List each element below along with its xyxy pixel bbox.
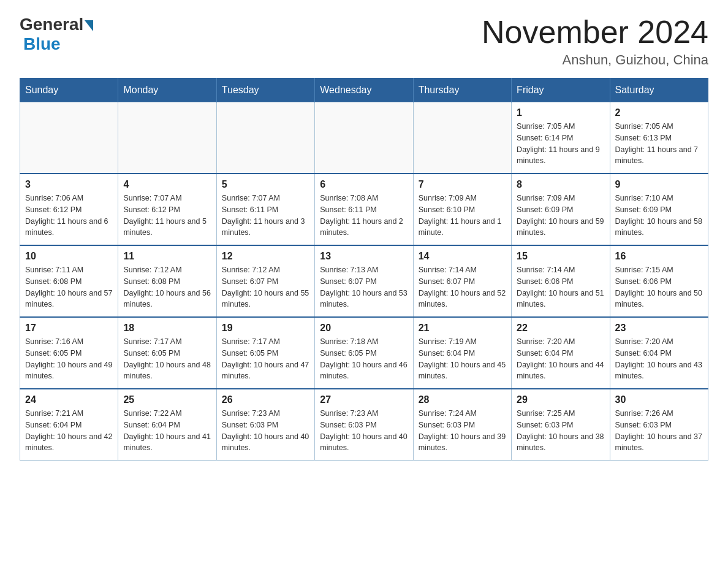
- logo-arrow-icon: [85, 20, 93, 31]
- day-info: Sunrise: 7:12 AMSunset: 6:08 PMDaylight:…: [123, 264, 211, 310]
- title-section: November 2024 Anshun, Guizhou, China: [482, 15, 708, 68]
- day-info: Sunrise: 7:09 AMSunset: 6:09 PMDaylight:…: [517, 193, 604, 239]
- calendar-week-row: 24Sunrise: 7:21 AMSunset: 6:04 PMDayligh…: [20, 389, 708, 461]
- day-number: 17: [25, 323, 113, 334]
- day-info: Sunrise: 7:17 AMSunset: 6:05 PMDaylight:…: [222, 336, 309, 382]
- day-info: Sunrise: 7:07 AMSunset: 6:12 PMDaylight:…: [123, 193, 211, 239]
- calendar-cell: 1Sunrise: 7:05 AMSunset: 6:14 PMDaylight…: [512, 102, 610, 174]
- day-number: 19: [222, 323, 309, 334]
- calendar-cell: [118, 102, 216, 174]
- month-title: November 2024: [482, 15, 708, 50]
- day-info: Sunrise: 7:22 AMSunset: 6:04 PMDaylight:…: [123, 408, 211, 454]
- calendar-cell: 23Sunrise: 7:20 AMSunset: 6:04 PMDayligh…: [610, 317, 708, 389]
- calendar-cell: 25Sunrise: 7:22 AMSunset: 6:04 PMDayligh…: [118, 389, 216, 461]
- day-info: Sunrise: 7:05 AMSunset: 6:13 PMDaylight:…: [615, 121, 703, 167]
- day-info: Sunrise: 7:25 AMSunset: 6:03 PMDaylight:…: [517, 408, 604, 454]
- calendar-cell: 14Sunrise: 7:14 AMSunset: 6:07 PMDayligh…: [413, 245, 511, 317]
- calendar-cell: 21Sunrise: 7:19 AMSunset: 6:04 PMDayligh…: [413, 317, 511, 389]
- calendar-cell: 15Sunrise: 7:14 AMSunset: 6:06 PMDayligh…: [512, 245, 610, 317]
- calendar-cell: 30Sunrise: 7:26 AMSunset: 6:03 PMDayligh…: [610, 389, 708, 461]
- calendar-cell: 4Sunrise: 7:07 AMSunset: 6:12 PMDaylight…: [118, 174, 216, 245]
- day-info: Sunrise: 7:05 AMSunset: 6:14 PMDaylight:…: [517, 121, 604, 167]
- calendar-cell: 20Sunrise: 7:18 AMSunset: 6:05 PMDayligh…: [315, 317, 413, 389]
- day-info: Sunrise: 7:19 AMSunset: 6:04 PMDaylight:…: [419, 336, 506, 382]
- day-info: Sunrise: 7:20 AMSunset: 6:04 PMDaylight:…: [517, 336, 604, 382]
- calendar-cell: 17Sunrise: 7:16 AMSunset: 6:05 PMDayligh…: [20, 317, 118, 389]
- day-number: 1: [517, 107, 604, 118]
- day-info: Sunrise: 7:14 AMSunset: 6:07 PMDaylight:…: [419, 264, 506, 310]
- day-info: Sunrise: 7:08 AMSunset: 6:11 PMDaylight:…: [320, 193, 408, 239]
- calendar-cell: 3Sunrise: 7:06 AMSunset: 6:12 PMDaylight…: [20, 174, 118, 245]
- day-number: 13: [320, 251, 408, 262]
- day-number: 16: [615, 251, 703, 262]
- day-number: 24: [25, 394, 113, 405]
- calendar-cell: [20, 102, 118, 174]
- day-info: Sunrise: 7:14 AMSunset: 6:06 PMDaylight:…: [517, 264, 604, 310]
- day-info: Sunrise: 7:26 AMSunset: 6:03 PMDaylight:…: [615, 408, 703, 454]
- day-number: 12: [222, 251, 309, 262]
- calendar-cell: 27Sunrise: 7:23 AMSunset: 6:03 PMDayligh…: [315, 389, 413, 461]
- day-number: 18: [123, 323, 211, 334]
- day-number: 21: [419, 323, 506, 334]
- day-number: 20: [320, 323, 408, 334]
- day-number: 3: [25, 179, 113, 190]
- calendar-cell: 16Sunrise: 7:15 AMSunset: 6:06 PMDayligh…: [610, 245, 708, 317]
- day-info: Sunrise: 7:17 AMSunset: 6:05 PMDaylight:…: [123, 336, 211, 382]
- day-number: 22: [517, 323, 604, 334]
- calendar-cell: 18Sunrise: 7:17 AMSunset: 6:05 PMDayligh…: [118, 317, 216, 389]
- day-info: Sunrise: 7:07 AMSunset: 6:11 PMDaylight:…: [222, 193, 309, 239]
- day-number: 5: [222, 179, 309, 190]
- day-number: 15: [517, 251, 604, 262]
- calendar-header: SundayMondayTuesdayWednesdayThursdayFrid…: [20, 79, 708, 102]
- calendar-cell: 2Sunrise: 7:05 AMSunset: 6:13 PMDaylight…: [610, 102, 708, 174]
- calendar-cell: 24Sunrise: 7:21 AMSunset: 6:04 PMDayligh…: [20, 389, 118, 461]
- day-info: Sunrise: 7:10 AMSunset: 6:09 PMDaylight:…: [615, 193, 703, 239]
- day-number: 14: [419, 251, 506, 262]
- day-number: 9: [615, 179, 703, 190]
- day-info: Sunrise: 7:23 AMSunset: 6:03 PMDaylight:…: [222, 408, 309, 454]
- calendar-cell: 12Sunrise: 7:12 AMSunset: 6:07 PMDayligh…: [216, 245, 314, 317]
- logo-general-text: General: [20, 15, 83, 34]
- calendar-cell: 22Sunrise: 7:20 AMSunset: 6:04 PMDayligh…: [512, 317, 610, 389]
- calendar-cell: 6Sunrise: 7:08 AMSunset: 6:11 PMDaylight…: [315, 174, 413, 245]
- calendar-cell: 29Sunrise: 7:25 AMSunset: 6:03 PMDayligh…: [512, 389, 610, 461]
- calendar-cell: 13Sunrise: 7:13 AMSunset: 6:07 PMDayligh…: [315, 245, 413, 317]
- day-number: 11: [123, 251, 211, 262]
- calendar-cell: 7Sunrise: 7:09 AMSunset: 6:10 PMDaylight…: [413, 174, 511, 245]
- calendar-cell: 26Sunrise: 7:23 AMSunset: 6:03 PMDayligh…: [216, 389, 314, 461]
- col-header-wednesday: Wednesday: [315, 79, 413, 102]
- day-info: Sunrise: 7:16 AMSunset: 6:05 PMDaylight:…: [25, 336, 113, 382]
- day-info: Sunrise: 7:15 AMSunset: 6:06 PMDaylight:…: [615, 264, 703, 310]
- page-header: General Blue November 2024 Anshun, Guizh…: [20, 15, 708, 68]
- col-header-tuesday: Tuesday: [216, 79, 314, 102]
- calendar-cell: 28Sunrise: 7:24 AMSunset: 6:03 PMDayligh…: [413, 389, 511, 461]
- calendar-cell: 11Sunrise: 7:12 AMSunset: 6:08 PMDayligh…: [118, 245, 216, 317]
- day-number: 27: [320, 394, 408, 405]
- calendar-week-row: 1Sunrise: 7:05 AMSunset: 6:14 PMDaylight…: [20, 102, 708, 174]
- day-info: Sunrise: 7:23 AMSunset: 6:03 PMDaylight:…: [320, 408, 408, 454]
- day-info: Sunrise: 7:21 AMSunset: 6:04 PMDaylight:…: [25, 408, 113, 454]
- calendar-cell: [216, 102, 314, 174]
- day-info: Sunrise: 7:24 AMSunset: 6:03 PMDaylight:…: [419, 408, 506, 454]
- calendar-cell: 8Sunrise: 7:09 AMSunset: 6:09 PMDaylight…: [512, 174, 610, 245]
- calendar-body: 1Sunrise: 7:05 AMSunset: 6:14 PMDaylight…: [20, 102, 708, 461]
- calendar-cell: 5Sunrise: 7:07 AMSunset: 6:11 PMDaylight…: [216, 174, 314, 245]
- day-number: 4: [123, 179, 211, 190]
- day-info: Sunrise: 7:12 AMSunset: 6:07 PMDaylight:…: [222, 264, 309, 310]
- calendar-cell: 19Sunrise: 7:17 AMSunset: 6:05 PMDayligh…: [216, 317, 314, 389]
- calendar-cell: [413, 102, 511, 174]
- col-header-monday: Monday: [118, 79, 216, 102]
- day-number: 23: [615, 323, 703, 334]
- day-number: 8: [517, 179, 604, 190]
- day-number: 29: [517, 394, 604, 405]
- calendar-cell: [315, 102, 413, 174]
- calendar-cell: 9Sunrise: 7:10 AMSunset: 6:09 PMDaylight…: [610, 174, 708, 245]
- logo-blue-text: Blue: [23, 34, 61, 53]
- day-info: Sunrise: 7:18 AMSunset: 6:05 PMDaylight:…: [320, 336, 408, 382]
- day-number: 6: [320, 179, 408, 190]
- col-header-saturday: Saturday: [610, 79, 708, 102]
- day-header-row: SundayMondayTuesdayWednesdayThursdayFrid…: [20, 79, 708, 102]
- col-header-thursday: Thursday: [413, 79, 511, 102]
- col-header-sunday: Sunday: [20, 79, 118, 102]
- day-number: 10: [25, 251, 113, 262]
